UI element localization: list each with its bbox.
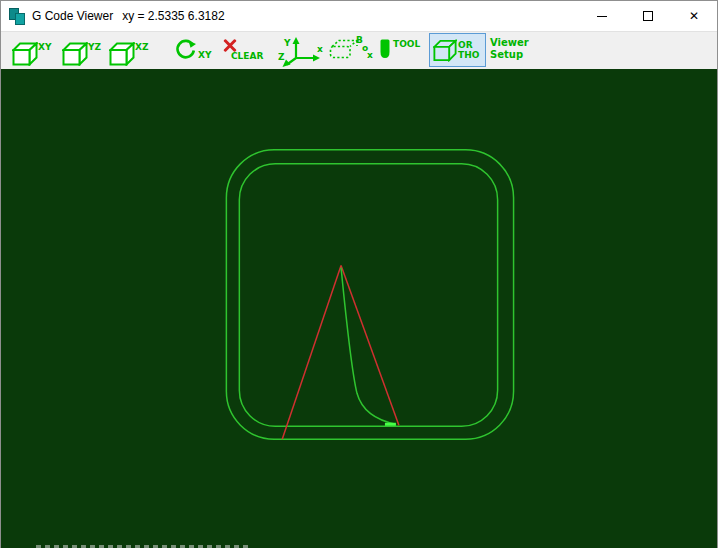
viewer-setup-line1: Viewer xyxy=(490,37,529,49)
view-xy-label: XY xyxy=(38,42,51,52)
tool-label: TOOL xyxy=(393,39,420,49)
maximize-button[interactable] xyxy=(625,1,671,31)
viewer-setup-button[interactable]: Viewer Setup xyxy=(490,37,529,61)
toolpath-plot xyxy=(1,69,717,548)
cube-icon xyxy=(62,42,88,66)
view-xy-button[interactable]: XY xyxy=(12,42,51,66)
axes-z-label: Z xyxy=(278,52,285,62)
axes-icon: Y x Z xyxy=(278,35,326,67)
window-title: G Code Viewer xyxy=(32,9,113,23)
app-icon xyxy=(9,8,25,24)
outer-contour-path xyxy=(226,150,513,439)
cursor-coordinates-readout: xy = 2.5335 6.3182 xyxy=(122,9,224,23)
clear-x-icon xyxy=(223,38,237,52)
view-xz-label: XZ xyxy=(135,42,148,52)
rotate-xy-button[interactable]: XY xyxy=(172,39,211,61)
titlebar[interactable]: G Code Viewer xy = 2.5335 6.3182 ✕ xyxy=(1,1,717,31)
ortho-button[interactable]: OR THO xyxy=(429,33,486,67)
clear-label: CLEAR xyxy=(231,51,263,61)
feed-curve-path xyxy=(341,268,396,425)
axes-x-label: x xyxy=(317,44,323,54)
cube-icon xyxy=(433,39,457,62)
inner-contour-path xyxy=(239,164,497,426)
axes-origin-button[interactable]: Y x Z xyxy=(278,35,326,67)
toolbar: XY YZ XZ XY xyxy=(1,31,717,70)
close-icon: ✕ xyxy=(689,10,699,22)
rotate-icon xyxy=(172,39,197,61)
cube-icon xyxy=(109,42,135,66)
view-xz-button[interactable]: XZ xyxy=(109,42,148,66)
dashed-box-icon xyxy=(329,37,359,61)
minimize-button[interactable] xyxy=(579,1,625,31)
axes-y-label: Y xyxy=(283,38,291,48)
rotate-xy-label: XY xyxy=(198,50,211,60)
clear-button[interactable]: CLEAR xyxy=(223,38,265,60)
gcode-viewer-window: G Code Viewer xy = 2.5335 6.3182 ✕ XY YZ xyxy=(0,0,718,548)
maximize-icon xyxy=(643,11,653,21)
bounding-box-button[interactable]: B o x xyxy=(329,37,377,63)
view-yz-label: YZ xyxy=(88,42,101,52)
tool-bit-icon xyxy=(379,39,391,59)
view-yz-button[interactable]: YZ xyxy=(62,42,101,66)
close-button[interactable]: ✕ xyxy=(671,1,717,31)
box-label-char: x xyxy=(367,50,373,60)
cube-icon xyxy=(12,42,38,66)
caption-buttons: ✕ xyxy=(579,1,717,31)
ortho-label: OR THO xyxy=(458,40,479,60)
viewer-setup-line2: Setup xyxy=(490,49,523,61)
minimize-icon xyxy=(597,16,607,17)
rapid-move-left-line xyxy=(282,266,341,440)
show-tool-button[interactable]: TOOL xyxy=(379,39,420,59)
viewport-canvas[interactable] xyxy=(1,69,717,548)
